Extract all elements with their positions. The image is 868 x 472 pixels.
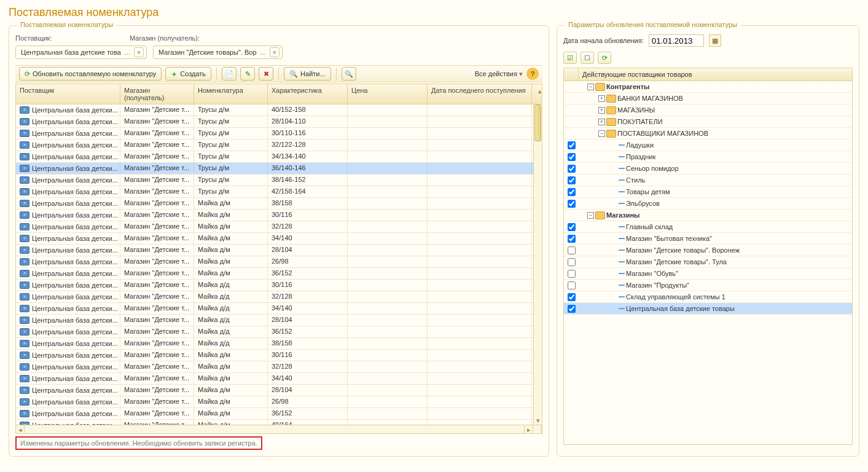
delete-button[interactable]: ✖ bbox=[259, 67, 273, 81]
horizontal-scrollbar[interactable]: ◂ ▸ bbox=[16, 425, 542, 433]
table-row[interactable]: ≡Центральная база детски...Магазин "Детс… bbox=[16, 256, 542, 268]
table-row[interactable]: ≡Центральная база детски...Магазин "Детс… bbox=[16, 315, 542, 326]
uncheck-all-button[interactable]: ☐ bbox=[581, 52, 594, 64]
table-row[interactable]: ≡Центральная база детски...Магазин "Детс… bbox=[16, 326, 542, 338]
tree-row[interactable]: Магазин "Детские товары". Тула bbox=[564, 256, 852, 268]
expand-icon[interactable]: + bbox=[598, 119, 605, 125]
tree-checkbox[interactable] bbox=[568, 141, 576, 149]
tree-checkbox[interactable] bbox=[568, 200, 576, 208]
tree-row[interactable]: Магазин "Детские товары". Воронеж bbox=[564, 245, 852, 256]
date-start-input[interactable] bbox=[649, 34, 704, 47]
scroll-left-icon[interactable]: ◂ bbox=[16, 425, 25, 434]
table-row[interactable]: ≡Центральная база детски...Магазин "Детс… bbox=[16, 233, 542, 245]
table-row[interactable]: ≡Центральная база детски...Магазин "Детс… bbox=[16, 221, 542, 233]
table-row[interactable]: ≡Центральная база детски...Магазин "Детс… bbox=[16, 303, 542, 315]
table-row[interactable]: ≡Центральная база детски...Магазин "Детс… bbox=[16, 151, 542, 163]
tree-checkbox[interactable] bbox=[568, 246, 576, 254]
table-row[interactable]: ≡Центральная база детски...Магазин "Детс… bbox=[16, 373, 542, 385]
tree-checkbox[interactable] bbox=[568, 188, 576, 196]
tree-row[interactable]: Праздник bbox=[564, 151, 852, 163]
expand-icon[interactable]: + bbox=[598, 95, 605, 102]
tree-row[interactable]: Сеньор помидор bbox=[564, 163, 852, 175]
table-row[interactable]: ≡Центральная база детски...Магазин "Детс… bbox=[16, 128, 542, 140]
col-last-date[interactable]: Дата последнего поступления bbox=[428, 84, 532, 104]
tree-checkbox[interactable] bbox=[568, 165, 576, 173]
refresh-button[interactable]: ⟳ Обновить поставляемую номенклатуру bbox=[19, 67, 162, 81]
table-row[interactable]: ≡Центральная база детски...Магазин "Детс… bbox=[16, 291, 542, 303]
tree-checkbox[interactable] bbox=[568, 258, 576, 266]
refresh-tree-button[interactable]: ⟳ bbox=[598, 52, 611, 64]
close-icon[interactable]: × bbox=[134, 47, 144, 57]
store-chip[interactable]: Магазин "Детские товары". Вор ... × bbox=[153, 45, 283, 59]
all-actions-dropdown[interactable]: Все действия bbox=[475, 70, 523, 78]
table-row[interactable]: ≡Центральная база детски...Магазин "Детс… bbox=[16, 186, 542, 198]
tree-row[interactable]: − Магазины bbox=[564, 210, 852, 221]
clear-search-button[interactable]: 🔍 bbox=[342, 67, 356, 81]
table-row[interactable]: ≡Центральная база детски...Магазин "Детс… bbox=[16, 280, 542, 291]
tree-checkbox[interactable] bbox=[568, 153, 576, 161]
table-row[interactable]: ≡Центральная база детски...Магазин "Детс… bbox=[16, 361, 542, 373]
tree-checkbox[interactable] bbox=[568, 270, 576, 278]
table-row[interactable]: ≡Центральная база детски...Магазин "Детс… bbox=[16, 116, 542, 128]
col-characteristic[interactable]: Характеристика bbox=[268, 84, 348, 104]
ellipsis-icon[interactable]: ... bbox=[260, 49, 266, 56]
tree-row[interactable]: Стиль bbox=[564, 175, 852, 186]
col-supplier[interactable]: Поставщик bbox=[16, 84, 120, 104]
ellipsis-icon[interactable]: ... bbox=[125, 49, 130, 56]
table-row[interactable]: ≡Центральная база детски...Магазин "Детс… bbox=[16, 245, 542, 256]
vertical-scrollbar[interactable]: ▾ bbox=[533, 104, 542, 425]
tree-checkbox[interactable] bbox=[568, 281, 576, 289]
edit-button[interactable]: ✎ bbox=[240, 67, 255, 81]
expand-icon[interactable]: + bbox=[598, 107, 605, 114]
tree-row[interactable]: + ПОКУПАТЕЛИ bbox=[564, 116, 852, 128]
scroll-down-icon[interactable]: ▾ bbox=[534, 416, 542, 425]
create-button[interactable]: ＋ Создать bbox=[165, 67, 211, 81]
table-row[interactable]: ≡Центральная база детски...Магазин "Детс… bbox=[16, 210, 542, 221]
tree-checkbox[interactable] bbox=[568, 235, 576, 243]
tree-row[interactable]: Склад управляющей системы 1 bbox=[564, 291, 852, 303]
table-row[interactable]: ≡Центральная база детски...Магазин "Детс… bbox=[16, 268, 542, 280]
collapse-icon[interactable]: − bbox=[587, 84, 594, 90]
tree-row[interactable]: Эльбрусов bbox=[564, 198, 852, 210]
scrollbar-thumb[interactable] bbox=[534, 104, 541, 141]
tree-checkbox[interactable] bbox=[568, 305, 576, 313]
tree-row[interactable]: + МАГАЗИНЫ bbox=[564, 104, 852, 116]
table-row[interactable]: ≡Центральная база детски...Магазин "Детс… bbox=[16, 104, 542, 116]
table-row[interactable]: ≡Центральная база детски...Магазин "Детс… bbox=[16, 385, 542, 396]
tree-row[interactable]: − ПОСТАВЩИКИ МАГАЗИНОВ bbox=[564, 128, 852, 140]
tree-row[interactable]: Магазин "Обувь" bbox=[564, 268, 852, 280]
tree-row[interactable]: Магазин "Бытовая техника" bbox=[564, 233, 852, 245]
tree-row[interactable]: Ладушки bbox=[564, 140, 852, 151]
col-nomenclature[interactable]: Номенклатура bbox=[194, 84, 268, 104]
find-button[interactable]: 🔍 Найти... bbox=[284, 67, 331, 81]
help-button[interactable]: ? bbox=[526, 68, 539, 80]
collapse-icon[interactable]: − bbox=[587, 212, 594, 219]
tree-row[interactable]: Магазин "Продукты" bbox=[564, 280, 852, 291]
col-price[interactable]: Цена bbox=[348, 84, 428, 104]
scroll-up-icon[interactable]: ▴ bbox=[536, 87, 544, 95]
table-row[interactable]: ≡Центральная база детски...Магазин "Детс… bbox=[16, 420, 542, 425]
supplier-chip[interactable]: Центральная база детские това ... × bbox=[15, 45, 147, 59]
close-icon[interactable]: × bbox=[270, 47, 280, 57]
tree-checkbox[interactable] bbox=[568, 293, 576, 301]
tree-row[interactable]: + БАНКИ МАГАЗИНОВ bbox=[564, 93, 852, 104]
tree-checkbox[interactable] bbox=[568, 176, 576, 184]
check-all-button[interactable]: ☑ bbox=[563, 52, 577, 64]
scroll-right-icon[interactable]: ▸ bbox=[525, 425, 533, 434]
table-row[interactable]: ≡Центральная база детски...Магазин "Детс… bbox=[16, 408, 542, 420]
table-row[interactable]: ≡Центральная база детски...Магазин "Детс… bbox=[16, 140, 542, 151]
collapse-icon[interactable]: − bbox=[598, 130, 605, 137]
tree-row[interactable]: − Контрагенты bbox=[564, 81, 852, 93]
table-row[interactable]: ≡Центральная база детски...Магазин "Детс… bbox=[16, 163, 542, 175]
table-row[interactable]: ≡Центральная база детски...Магазин "Детс… bbox=[16, 175, 542, 186]
tree-row[interactable]: Товары детям bbox=[564, 186, 852, 198]
calendar-button[interactable]: ▦ bbox=[709, 34, 721, 47]
tree-checkbox[interactable] bbox=[568, 223, 576, 231]
table-row[interactable]: ≡Центральная база детски...Магазин "Детс… bbox=[16, 350, 542, 361]
tree-row[interactable]: Центральная база детские товары bbox=[564, 303, 852, 315]
copy-button[interactable]: 📄 bbox=[222, 67, 237, 81]
table-row[interactable]: ≡Центральная база детски...Магазин "Детс… bbox=[16, 198, 542, 210]
table-row[interactable]: ≡Центральная база детски...Магазин "Детс… bbox=[16, 396, 542, 408]
table-row[interactable]: ≡Центральная база детски...Магазин "Детс… bbox=[16, 338, 542, 350]
col-store[interactable]: Магазин (получатель) bbox=[120, 84, 194, 104]
